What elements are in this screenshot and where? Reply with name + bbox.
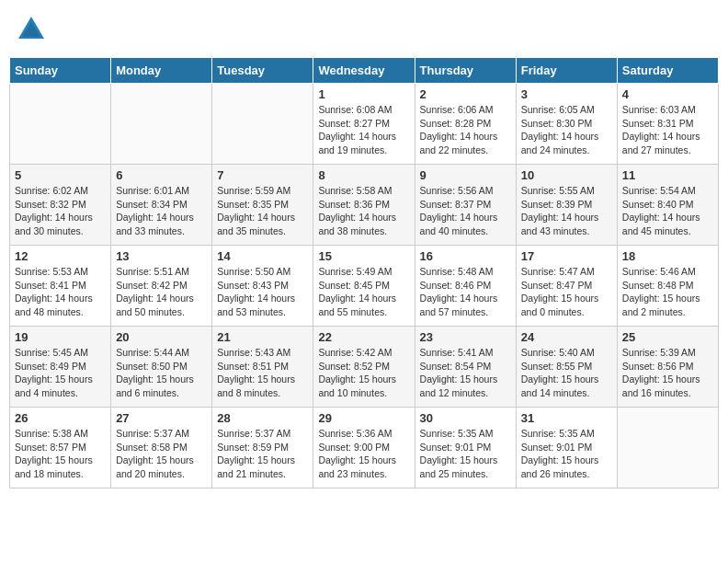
calendar-cell: 28Sunrise: 5:37 AM Sunset: 8:59 PM Dayli… [212, 408, 313, 488]
header-day-tuesday: Tuesday [212, 58, 313, 84]
calendar-week-2: 5Sunrise: 6:02 AM Sunset: 8:32 PM Daylig… [10, 165, 719, 246]
day-number: 1 [318, 87, 409, 101]
day-info: Sunrise: 5:39 AM Sunset: 8:56 PM Dayligh… [622, 346, 713, 400]
calendar-cell: 24Sunrise: 5:40 AM Sunset: 8:55 PM Dayli… [516, 327, 617, 408]
day-number: 9 [420, 168, 511, 182]
day-number: 23 [420, 330, 511, 344]
day-info: Sunrise: 6:01 AM Sunset: 8:34 PM Dayligh… [116, 184, 207, 238]
calendar-cell: 6Sunrise: 6:01 AM Sunset: 8:34 PM Daylig… [111, 165, 212, 246]
calendar-cell: 18Sunrise: 5:46 AM Sunset: 8:48 PM Dayli… [617, 246, 718, 327]
day-number: 15 [318, 249, 409, 263]
day-number: 17 [521, 249, 612, 263]
day-number: 27 [116, 411, 207, 425]
day-info: Sunrise: 6:08 AM Sunset: 8:27 PM Dayligh… [318, 103, 409, 157]
calendar-cell: 30Sunrise: 5:35 AM Sunset: 9:01 PM Dayli… [415, 408, 516, 488]
calendar-cell: 27Sunrise: 5:37 AM Sunset: 8:58 PM Dayli… [111, 408, 212, 488]
day-number: 3 [521, 87, 612, 101]
logo [15, 13, 51, 46]
calendar-cell: 25Sunrise: 5:39 AM Sunset: 8:56 PM Dayli… [617, 327, 718, 408]
calendar-cell: 11Sunrise: 5:54 AM Sunset: 8:40 PM Dayli… [617, 165, 718, 246]
day-info: Sunrise: 5:45 AM Sunset: 8:49 PM Dayligh… [15, 346, 106, 400]
calendar-cell: 19Sunrise: 5:45 AM Sunset: 8:49 PM Dayli… [10, 327, 111, 408]
calendar-cell: 31Sunrise: 5:35 AM Sunset: 9:01 PM Dayli… [516, 408, 617, 488]
day-info: Sunrise: 5:35 AM Sunset: 9:01 PM Dayligh… [521, 427, 612, 481]
day-info: Sunrise: 5:35 AM Sunset: 9:01 PM Dayligh… [420, 427, 511, 481]
day-info: Sunrise: 5:58 AM Sunset: 8:36 PM Dayligh… [318, 184, 409, 238]
day-info: Sunrise: 5:48 AM Sunset: 8:46 PM Dayligh… [420, 265, 511, 319]
day-number: 25 [622, 330, 713, 344]
day-number: 19 [15, 330, 106, 344]
calendar-cell: 15Sunrise: 5:49 AM Sunset: 8:45 PM Dayli… [313, 246, 415, 327]
header-day-friday: Friday [516, 58, 617, 84]
day-info: Sunrise: 5:46 AM Sunset: 8:48 PM Dayligh… [622, 265, 713, 319]
calendar-week-4: 19Sunrise: 5:45 AM Sunset: 8:49 PM Dayli… [10, 327, 719, 408]
day-number: 28 [217, 411, 308, 425]
calendar-cell: 29Sunrise: 5:36 AM Sunset: 9:00 PM Dayli… [313, 408, 415, 488]
calendar-cell [111, 84, 212, 165]
day-number: 18 [622, 249, 713, 263]
day-number: 24 [521, 330, 612, 344]
day-info: Sunrise: 5:40 AM Sunset: 8:55 PM Dayligh… [521, 346, 612, 400]
day-number: 29 [318, 411, 409, 425]
calendar-week-5: 26Sunrise: 5:38 AM Sunset: 8:57 PM Dayli… [10, 408, 719, 488]
header-day-monday: Monday [111, 58, 212, 84]
logo-icon [15, 13, 48, 46]
header-day-saturday: Saturday [617, 58, 718, 84]
calendar-cell: 9Sunrise: 5:56 AM Sunset: 8:37 PM Daylig… [415, 165, 516, 246]
header-day-sunday: Sunday [10, 58, 111, 84]
day-number: 12 [15, 249, 106, 263]
day-info: Sunrise: 5:37 AM Sunset: 8:59 PM Dayligh… [217, 427, 308, 481]
day-number: 21 [217, 330, 308, 344]
calendar-week-1: 1Sunrise: 6:08 AM Sunset: 8:27 PM Daylig… [10, 84, 719, 165]
calendar-cell: 2Sunrise: 6:06 AM Sunset: 8:28 PM Daylig… [415, 84, 516, 165]
day-info: Sunrise: 5:41 AM Sunset: 8:54 PM Dayligh… [420, 346, 511, 400]
day-info: Sunrise: 5:42 AM Sunset: 8:52 PM Dayligh… [318, 346, 409, 400]
day-number: 30 [420, 411, 511, 425]
day-number: 22 [318, 330, 409, 344]
day-number: 6 [116, 168, 207, 182]
day-number: 7 [217, 168, 308, 182]
day-number: 20 [116, 330, 207, 344]
calendar-cell: 20Sunrise: 5:44 AM Sunset: 8:50 PM Dayli… [111, 327, 212, 408]
day-info: Sunrise: 5:37 AM Sunset: 8:58 PM Dayligh… [116, 427, 207, 481]
calendar-cell: 22Sunrise: 5:42 AM Sunset: 8:52 PM Dayli… [313, 327, 415, 408]
day-info: Sunrise: 5:38 AM Sunset: 8:57 PM Dayligh… [15, 427, 106, 481]
calendar-cell: 26Sunrise: 5:38 AM Sunset: 8:57 PM Dayli… [10, 408, 111, 488]
day-info: Sunrise: 6:06 AM Sunset: 8:28 PM Dayligh… [420, 103, 511, 157]
header-day-wednesday: Wednesday [313, 58, 415, 84]
calendar-cell: 12Sunrise: 5:53 AM Sunset: 8:41 PM Dayli… [10, 246, 111, 327]
page-header [9, 9, 719, 50]
day-info: Sunrise: 5:59 AM Sunset: 8:35 PM Dayligh… [217, 184, 308, 238]
day-info: Sunrise: 5:36 AM Sunset: 9:00 PM Dayligh… [318, 427, 409, 481]
day-info: Sunrise: 5:49 AM Sunset: 8:45 PM Dayligh… [318, 265, 409, 319]
day-info: Sunrise: 6:05 AM Sunset: 8:30 PM Dayligh… [521, 103, 612, 157]
calendar-cell: 13Sunrise: 5:51 AM Sunset: 8:42 PM Dayli… [111, 246, 212, 327]
calendar-cell: 14Sunrise: 5:50 AM Sunset: 8:43 PM Dayli… [212, 246, 313, 327]
day-info: Sunrise: 5:54 AM Sunset: 8:40 PM Dayligh… [622, 184, 713, 238]
calendar-cell: 3Sunrise: 6:05 AM Sunset: 8:30 PM Daylig… [516, 84, 617, 165]
calendar-table: SundayMondayTuesdayWednesdayThursdayFrid… [9, 57, 719, 488]
calendar-cell: 23Sunrise: 5:41 AM Sunset: 8:54 PM Dayli… [415, 327, 516, 408]
day-info: Sunrise: 5:53 AM Sunset: 8:41 PM Dayligh… [15, 265, 106, 319]
day-info: Sunrise: 6:03 AM Sunset: 8:31 PM Dayligh… [622, 103, 713, 157]
calendar-cell: 17Sunrise: 5:47 AM Sunset: 8:47 PM Dayli… [516, 246, 617, 327]
day-info: Sunrise: 5:56 AM Sunset: 8:37 PM Dayligh… [420, 184, 511, 238]
header-day-thursday: Thursday [415, 58, 516, 84]
calendar-cell [617, 408, 718, 488]
day-number: 13 [116, 249, 207, 263]
day-info: Sunrise: 5:47 AM Sunset: 8:47 PM Dayligh… [521, 265, 612, 319]
calendar-body: 1Sunrise: 6:08 AM Sunset: 8:27 PM Daylig… [10, 84, 719, 488]
day-info: Sunrise: 5:51 AM Sunset: 8:42 PM Dayligh… [116, 265, 207, 319]
day-number: 2 [420, 87, 511, 101]
day-info: Sunrise: 5:43 AM Sunset: 8:51 PM Dayligh… [217, 346, 308, 400]
calendar-cell: 7Sunrise: 5:59 AM Sunset: 8:35 PM Daylig… [212, 165, 313, 246]
calendar-header: SundayMondayTuesdayWednesdayThursdayFrid… [10, 58, 719, 84]
day-info: Sunrise: 6:02 AM Sunset: 8:32 PM Dayligh… [15, 184, 106, 238]
calendar-week-3: 12Sunrise: 5:53 AM Sunset: 8:41 PM Dayli… [10, 246, 719, 327]
calendar-cell: 1Sunrise: 6:08 AM Sunset: 8:27 PM Daylig… [313, 84, 415, 165]
day-number: 31 [521, 411, 612, 425]
calendar-cell: 5Sunrise: 6:02 AM Sunset: 8:32 PM Daylig… [10, 165, 111, 246]
calendar-cell [212, 84, 313, 165]
day-number: 14 [217, 249, 308, 263]
calendar-cell: 4Sunrise: 6:03 AM Sunset: 8:31 PM Daylig… [617, 84, 718, 165]
